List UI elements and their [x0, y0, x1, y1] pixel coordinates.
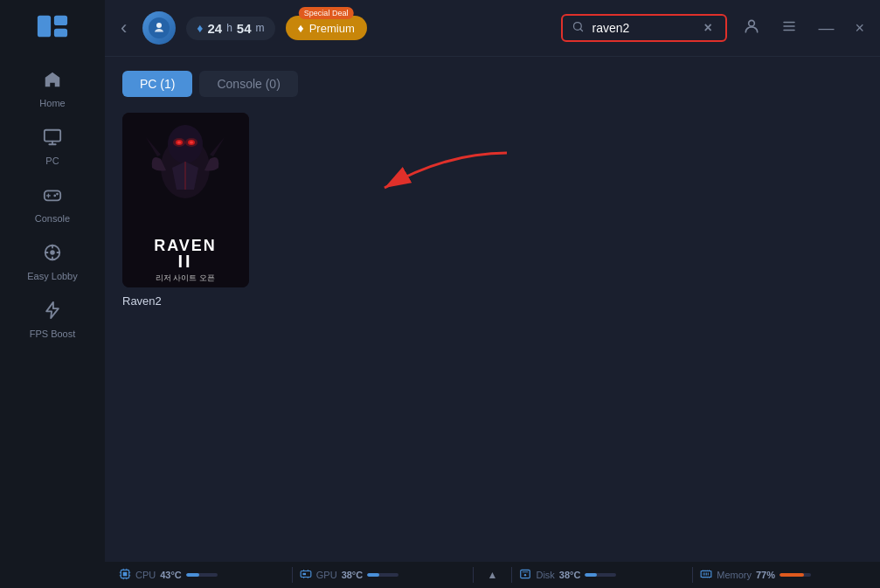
- svg-point-8: [50, 250, 55, 255]
- memory-value: 77%: [756, 570, 775, 580]
- minimize-button[interactable]: —: [813, 16, 839, 41]
- svg-text:리저 사이트 오픈: 리저 사이트 오픈: [156, 273, 215, 282]
- cpu-bar-fill: [186, 573, 199, 577]
- status-divider-1: [292, 567, 293, 583]
- sidebar-item-fps-boost-label: FPS Boost: [30, 329, 76, 339]
- list-view-button[interactable]: [776, 15, 802, 42]
- cpu-label: CPU: [135, 570, 156, 580]
- disk-bar: [585, 573, 616, 577]
- cpu-bar: [186, 573, 218, 577]
- svg-text:II: II: [177, 252, 192, 271]
- memory-label: Memory: [717, 570, 752, 580]
- sidebar-item-console-label: Console: [35, 213, 70, 224]
- avatar: [142, 11, 176, 45]
- sidebar-item-easy-lobby[interactable]: Easy Lobby: [16, 234, 90, 288]
- list-item[interactable]: RAVEN II 리저 사이트 오픈 Raven2: [122, 113, 249, 308]
- sidebar-item-home[interactable]: Home: [16, 61, 90, 115]
- disk-label: Disk: [536, 570, 554, 580]
- easy-lobby-icon: [43, 243, 62, 267]
- back-button[interactable]: ‹: [115, 15, 132, 41]
- statusbar: CPU 43°C GPU 38°C ▲: [105, 562, 880, 588]
- memory-bar: [780, 573, 811, 577]
- tabs: PC (1) Console (0): [122, 71, 863, 97]
- game-thumbnail: RAVEN II 리저 사이트 오픈: [122, 113, 249, 287]
- special-deal-badge: Special Deal: [299, 7, 354, 19]
- disk-bar-fill: [585, 573, 597, 577]
- pc-icon: [43, 128, 62, 152]
- cpu-icon: [119, 568, 131, 582]
- premium-button[interactable]: Special Deal ♦ Premium: [286, 16, 367, 40]
- gpu-bar: [367, 573, 398, 577]
- svg-point-12: [749, 20, 755, 26]
- search-icon: [572, 20, 585, 36]
- svg-point-23: [185, 138, 197, 147]
- svg-point-17: [168, 125, 203, 163]
- sidebar: Home PC Console: [0, 0, 105, 588]
- gpu-status: GPU 38°C: [300, 568, 466, 582]
- disk-value: 38°C: [559, 570, 581, 580]
- game-artwork: RAVEN II 리저 사이트 오픈: [122, 113, 249, 287]
- timer-h-label: h: [226, 22, 232, 34]
- sidebar-item-pc[interactable]: PC: [16, 119, 90, 173]
- sidebar-item-fps-boost[interactable]: FPS Boost: [16, 292, 90, 346]
- fps-boost-icon: [43, 301, 62, 325]
- clear-search-button[interactable]: ×: [703, 20, 711, 36]
- timer-m-label: m: [256, 22, 265, 34]
- svg-rect-1: [54, 16, 67, 25]
- tab-pc[interactable]: PC (1): [122, 71, 192, 97]
- status-divider-2: [473, 567, 474, 583]
- sidebar-nav: Home PC Console: [0, 61, 105, 346]
- timer-heart-icon: ♦: [197, 21, 203, 35]
- timer-minutes: 54: [237, 21, 252, 36]
- disk-icon: [519, 568, 531, 582]
- sidebar-item-pc-label: PC: [45, 156, 59, 166]
- timer-badge: ♦ 24 h 54 m: [186, 17, 274, 40]
- svg-point-6: [56, 193, 59, 196]
- svg-rect-33: [701, 571, 711, 578]
- gpu-bar-fill: [367, 573, 379, 577]
- svg-rect-2: [54, 29, 67, 38]
- tab-console[interactable]: Console (0): [199, 71, 297, 97]
- svg-point-32: [524, 574, 526, 576]
- cpu-value: 43°C: [160, 570, 182, 580]
- close-button[interactable]: ×: [849, 16, 870, 41]
- premium-label: Premium: [309, 22, 355, 35]
- status-divider-4: [692, 567, 693, 583]
- svg-point-10: [156, 23, 162, 28]
- search-box[interactable]: ×: [561, 14, 727, 42]
- status-divider-3: [511, 567, 512, 583]
- sidebar-item-home-label: Home: [39, 98, 65, 108]
- game-grid: RAVEN II 리저 사이트 오픈 Raven2: [122, 113, 863, 308]
- sidebar-item-easy-lobby-label: Easy Lobby: [27, 271, 77, 281]
- game-title-label: Raven2: [122, 294, 249, 308]
- memory-status: Memory 77%: [700, 568, 866, 582]
- main-content: PC (1) Console (0): [105, 57, 880, 588]
- home-icon: [43, 70, 62, 94]
- gpu-icon: [300, 568, 312, 582]
- svg-point-22: [173, 138, 185, 147]
- cpu-status: CPU 43°C: [119, 568, 285, 582]
- timer-hours: 24: [207, 21, 222, 36]
- disk-status: Disk 38°C: [519, 568, 685, 582]
- search-input[interactable]: [592, 21, 696, 35]
- expand-statusbar-button[interactable]: ▲: [488, 569, 498, 581]
- gpu-value: 38°C: [342, 570, 364, 580]
- svg-rect-0: [38, 16, 51, 38]
- topbar: ‹ ♦ 24 h 54 m Special Deal ♦ Premium ×: [105, 0, 880, 57]
- gpu-label: GPU: [316, 570, 337, 580]
- sidebar-item-console[interactable]: Console: [16, 176, 90, 231]
- svg-point-5: [53, 195, 56, 197]
- profile-button[interactable]: [738, 14, 766, 43]
- premium-diamond-icon: ♦: [298, 21, 304, 35]
- app-logo[interactable]: [31, 9, 74, 44]
- console-icon: [43, 185, 62, 210]
- memory-icon: [700, 568, 712, 582]
- svg-rect-3: [45, 130, 60, 142]
- svg-rect-28: [123, 572, 128, 577]
- memory-bar-fill: [780, 573, 804, 577]
- svg-rect-30: [302, 573, 306, 575]
